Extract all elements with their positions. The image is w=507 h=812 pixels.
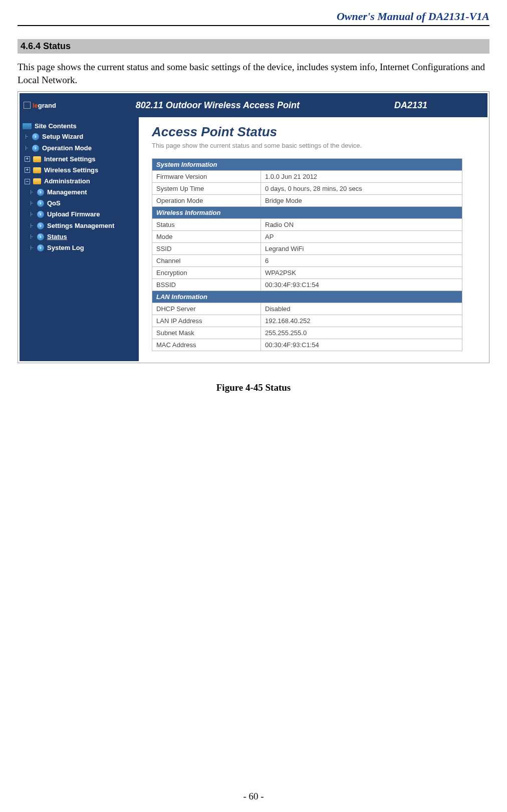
main-content: Access Point Status This page show the c… bbox=[139, 117, 487, 361]
logo-square-icon bbox=[24, 102, 31, 109]
banner-title: 802.11 Outdoor Wireless Access Point bbox=[56, 100, 394, 111]
sidebar-item-label: Operation Mode bbox=[42, 143, 92, 153]
figure-caption: Figure 4-45 Status bbox=[18, 382, 489, 393]
sidebar-item-status[interactable]: ⊦ › Status bbox=[30, 231, 136, 242]
device-ui: legrand 802.11 Outdoor Wireless Access P… bbox=[20, 93, 487, 361]
cell-value: 0 days, 0 hours, 28 mins, 20 secs bbox=[261, 183, 462, 195]
sidebar-root[interactable]: Site Contents bbox=[23, 121, 136, 131]
arrow-icon: › bbox=[37, 244, 44, 251]
cell-key: Mode bbox=[152, 231, 261, 243]
cell-key: Subnet Mask bbox=[152, 327, 261, 339]
sidebar-item-label: Internet Settings bbox=[44, 154, 96, 164]
table-row: MAC Address00:30:4F:93:C1:54 bbox=[152, 339, 462, 351]
folder-icon bbox=[33, 156, 41, 162]
tree-branch-icon: ⊦ bbox=[30, 187, 34, 197]
table-row: SSIDLegrand WiFi bbox=[152, 243, 462, 255]
sidebar-root-label: Site Contents bbox=[35, 121, 77, 131]
cell-value: 00:30:4F:93:C1:54 bbox=[261, 279, 462, 291]
logo-part2: grand bbox=[38, 102, 56, 109]
expand-icon[interactable]: + bbox=[25, 167, 30, 173]
monitor-icon bbox=[23, 123, 32, 129]
tree-branch-icon: ⊦ bbox=[25, 132, 29, 142]
status-table: System Information Firmware Version1.0.0… bbox=[152, 158, 462, 351]
cell-key: Operation Mode bbox=[152, 195, 261, 207]
cell-value: 192.168.40.252 bbox=[261, 315, 462, 327]
cell-key: MAC Address bbox=[152, 339, 261, 351]
section-heading: 4.6.4 Status bbox=[18, 39, 489, 54]
cell-key: DHCP Server bbox=[152, 303, 261, 315]
table-row: BSSID00:30:4F:93:C1:54 bbox=[152, 279, 462, 291]
section-header: Wireless Information bbox=[152, 207, 462, 219]
table-row: Firmware Version1.0.0 Jun 21 2012 bbox=[152, 171, 462, 183]
cell-value: 6 bbox=[261, 255, 462, 267]
folder-open-icon bbox=[33, 178, 41, 184]
cell-key: Firmware Version bbox=[152, 171, 261, 183]
sidebar-tree: ⊦ › Setup Wizard ⊦ › Operation Mode + bbox=[23, 131, 136, 253]
sidebar-item-label: QoS bbox=[47, 198, 61, 208]
sidebar-item-system-log[interactable]: ⊦ › System Log bbox=[30, 242, 136, 253]
logo-part1: le bbox=[33, 102, 38, 109]
tree-branch-icon: ⊦ bbox=[25, 143, 29, 153]
table-row: StatusRadio ON bbox=[152, 219, 462, 231]
table-row: EncryptionWPA2PSK bbox=[152, 267, 462, 279]
cell-key: LAN IP Address bbox=[152, 315, 261, 327]
sidebar-item-management[interactable]: ⊦ › Management bbox=[30, 187, 136, 198]
screenshot-figure: legrand 802.11 Outdoor Wireless Access P… bbox=[18, 91, 489, 363]
cell-value: AP bbox=[261, 231, 462, 243]
sidebar-item-administration[interactable]: − Administration bbox=[25, 176, 136, 187]
page-description: This page show the current status and so… bbox=[152, 142, 482, 149]
tree-branch-icon: ⊦ bbox=[30, 243, 34, 253]
table-row: System Up Time0 days, 0 hours, 28 mins, … bbox=[152, 183, 462, 195]
tree-branch-icon: ⊦ bbox=[30, 221, 34, 231]
sidebar-item-setup-wizard[interactable]: ⊦ › Setup Wizard bbox=[25, 131, 136, 142]
ui-banner: legrand 802.11 Outdoor Wireless Access P… bbox=[20, 93, 487, 117]
sidebar-item-upload-firmware[interactable]: ⊦ › Upload Firmware bbox=[30, 209, 136, 220]
sidebar-item-internet-settings[interactable]: + Internet Settings bbox=[25, 154, 136, 165]
sidebar-item-operation-mode[interactable]: ⊦ › Operation Mode bbox=[25, 143, 136, 154]
tree-branch-icon: ⊦ bbox=[30, 209, 34, 219]
sidebar-item-qos[interactable]: ⊦ › QoS bbox=[30, 198, 136, 209]
logo: legrand bbox=[20, 102, 56, 109]
sidebar-item-label: Status bbox=[47, 232, 67, 242]
cell-value: Bridge Mode bbox=[261, 195, 462, 207]
arrow-icon: › bbox=[37, 189, 44, 196]
manual-page: Owner's Manual of DA2131-V1A 4.6.4 Statu… bbox=[0, 0, 507, 812]
table-section-system: System Information bbox=[152, 159, 462, 171]
cell-value: 255.255.255.0 bbox=[261, 327, 462, 339]
logo-text: legrand bbox=[33, 102, 56, 109]
section-header: System Information bbox=[152, 159, 462, 171]
sidebar-item-label: Setup Wizard bbox=[42, 132, 83, 142]
arrow-icon: › bbox=[37, 211, 44, 218]
cell-key: Encryption bbox=[152, 267, 261, 279]
tree-branch-icon: ⊦ bbox=[30, 198, 34, 208]
arrow-icon: › bbox=[37, 200, 44, 207]
table-row: Operation ModeBridge Mode bbox=[152, 195, 462, 207]
sidebar: Site Contents ⊦ › Setup Wizard ⊦ › Opera… bbox=[20, 117, 139, 361]
sidebar-administration-children: ⊦ › Management ⊦ › QoS ⊦ › bbox=[25, 187, 136, 253]
sidebar-item-settings-management[interactable]: ⊦ › Settings Management bbox=[30, 220, 136, 231]
folder-icon bbox=[33, 167, 41, 173]
cell-value: Disabled bbox=[261, 303, 462, 315]
banner-model: DA2131 bbox=[394, 100, 487, 111]
table-row: DHCP ServerDisabled bbox=[152, 303, 462, 315]
cell-key: BSSID bbox=[152, 279, 261, 291]
tree-branch-icon: ⊦ bbox=[30, 232, 34, 242]
arrow-icon: › bbox=[32, 145, 39, 152]
sidebar-item-label: Settings Management bbox=[47, 221, 114, 231]
arrow-icon: › bbox=[32, 133, 39, 140]
page-number: - 60 - bbox=[0, 791, 507, 802]
page-title: Access Point Status bbox=[152, 124, 482, 140]
sidebar-item-label: System Log bbox=[47, 243, 84, 253]
cell-key: SSID bbox=[152, 243, 261, 255]
sidebar-item-label: Administration bbox=[44, 176, 90, 186]
collapse-icon[interactable]: − bbox=[25, 179, 30, 184]
table-row: ModeAP bbox=[152, 231, 462, 243]
cell-value: Legrand WiFi bbox=[261, 243, 462, 255]
sidebar-item-label: Upload Firmware bbox=[47, 209, 100, 219]
sidebar-item-wireless-settings[interactable]: + Wireless Settings bbox=[25, 165, 136, 176]
expand-icon[interactable]: + bbox=[25, 156, 30, 162]
arrow-icon: › bbox=[37, 233, 44, 240]
cell-value: 1.0.0 Jun 21 2012 bbox=[261, 171, 462, 183]
sidebar-item-label: Management bbox=[47, 187, 87, 197]
table-row: Subnet Mask255.255.255.0 bbox=[152, 327, 462, 339]
